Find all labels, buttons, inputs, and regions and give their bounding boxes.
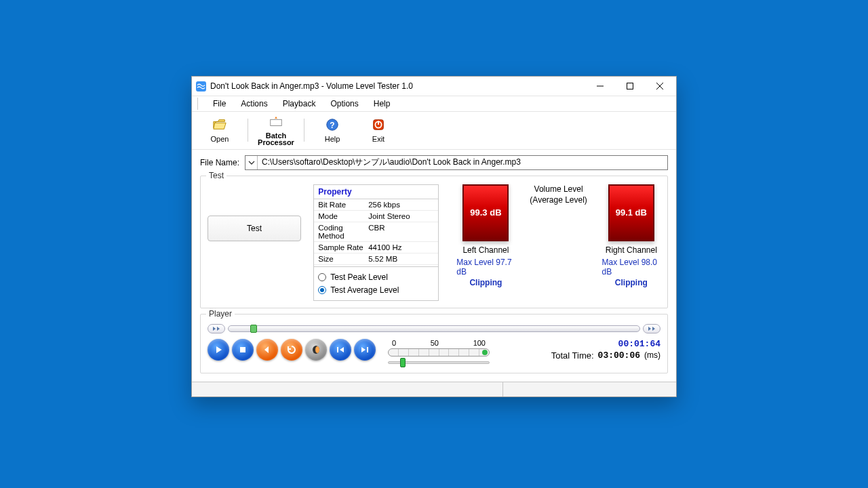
svg-rect-4 (271, 119, 282, 125)
volume-slider[interactable] (388, 359, 490, 366)
left-channel-meter: 99.3 dB (462, 184, 509, 241)
seek-start-button[interactable] (208, 324, 225, 333)
file-name-value: C:\Users\softaro\Desktop\サンプル\audio\Don'… (258, 157, 525, 168)
time-unit: (ms) (644, 350, 660, 361)
radio-test-peak-level[interactable]: Test Peak Level (318, 272, 434, 282)
toolbar-exit-label: Exit (372, 135, 384, 143)
window-title: Don't Look Back in Anger.mp3 - Volume Le… (210, 81, 413, 91)
toolbar-separator (304, 119, 304, 142)
menu-playback[interactable]: Playback (280, 98, 319, 110)
right-max-level: Max Level 98.0 dB (602, 258, 660, 277)
repeat-button[interactable] (281, 339, 302, 361)
status-bar (192, 382, 676, 396)
repeat-back-button[interactable] (256, 339, 278, 361)
menu-options[interactable]: Options (328, 98, 361, 110)
progress-thumb[interactable] (250, 325, 257, 333)
svg-text:?: ? (330, 121, 334, 130)
toolbar-open-label: Open (211, 135, 229, 143)
svg-rect-10 (240, 347, 245, 352)
exit-icon (371, 117, 386, 134)
progress-bar[interactable] (208, 324, 660, 333)
help-icon: ? (325, 117, 340, 134)
app-window: Don't Look Back in Anger.mp3 - Volume Le… (191, 76, 677, 397)
svg-rect-1 (627, 83, 633, 89)
svg-point-12 (315, 346, 319, 353)
file-row: File Name: C:\Users\softaro\Desktop\サンプル… (192, 150, 676, 173)
test-group: Test Test Property Bit Rate256 kbps Mode… (200, 176, 668, 308)
toolbar-open[interactable]: Open (199, 116, 241, 144)
menubar: File Actions Playback Options Help (192, 96, 676, 112)
progress-track[interactable] (228, 325, 640, 332)
left-channel-label: Left Channel (462, 245, 509, 255)
property-row: Coding MethodCBR (314, 222, 438, 242)
volume-scale: 050100 (388, 339, 490, 366)
next-track-button[interactable] (354, 339, 376, 361)
folder-open-icon (212, 117, 227, 134)
toolbar-help[interactable]: ? Help (311, 116, 353, 144)
property-row: Bit Rate256 kbps (314, 199, 438, 211)
toolbar-help-label: Help (325, 135, 340, 143)
menu-actions[interactable]: Actions (238, 98, 270, 110)
prev-track-button[interactable] (330, 339, 351, 361)
volume-level-subtitle: (Average Level) (530, 195, 587, 205)
menu-help[interactable]: Help (371, 98, 393, 110)
meters: 99.3 dB Left Channel Max Level 97.7 dB C… (456, 184, 660, 287)
scale-indicator-icon (482, 350, 488, 355)
property-row: ModeJoint Stereo (314, 211, 438, 222)
right-channel-meter: 99.1 dB (608, 184, 654, 241)
test-button[interactable]: Test (208, 216, 301, 241)
minimize-button[interactable] (585, 77, 615, 96)
file-name-combobox[interactable]: C:\Users\softaro\Desktop\サンプル\audio\Don'… (245, 155, 668, 170)
radio-test-average-level[interactable]: Test Average Level (318, 285, 434, 295)
right-channel-label: Right Channel (606, 245, 657, 255)
close-button[interactable] (645, 77, 675, 96)
test-legend: Test (206, 171, 226, 180)
toolbar: Open Batch Processor ? Help Exit (192, 112, 676, 150)
app-icon (196, 81, 206, 92)
volume-slider-thumb[interactable] (400, 358, 406, 367)
seek-end-button[interactable] (643, 324, 660, 333)
svg-rect-14 (367, 347, 368, 352)
toolbar-separator (248, 119, 248, 142)
svg-rect-13 (337, 347, 338, 352)
menu-file[interactable]: File (210, 98, 229, 110)
toolbar-batch-label: Batch Processor (258, 132, 294, 146)
left-clipping: Clipping (469, 278, 502, 287)
volume-scale-bar[interactable] (388, 348, 490, 357)
property-header: Property (314, 185, 438, 199)
time-display: 00:01:64 Total Time: 03:00:06(ms) (551, 339, 660, 361)
total-time: 03:00:06 (598, 350, 640, 361)
chevron-down-icon[interactable] (245, 156, 258, 169)
property-panel: Property Bit Rate256 kbps ModeJoint Ster… (313, 184, 439, 301)
right-clipping: Clipping (615, 278, 648, 287)
stop-button[interactable] (232, 339, 254, 361)
player-legend: Player (206, 309, 235, 319)
player-group: Player 050100 00:01:64 (200, 314, 668, 373)
current-time: 00:01:64 (551, 339, 660, 349)
file-name-label: File Name: (200, 158, 239, 167)
left-max-level: Max Level 97.7 dB (456, 258, 515, 277)
property-row: Sample Rate44100 Hz (314, 242, 438, 253)
total-time-label: Total Time: (551, 350, 594, 361)
maximize-button[interactable] (615, 77, 645, 96)
batch-icon (269, 115, 283, 131)
balance-button[interactable] (305, 339, 327, 361)
property-row: Size5.52 MB (314, 253, 438, 265)
menubar-divider (197, 98, 198, 110)
toolbar-exit[interactable]: Exit (357, 116, 399, 144)
titlebar: Don't Look Back in Anger.mp3 - Volume Le… (192, 77, 676, 96)
play-button[interactable] (208, 339, 229, 361)
volume-level-title: Volume Level (534, 184, 583, 194)
toolbar-batch[interactable]: Batch Processor (255, 113, 297, 148)
